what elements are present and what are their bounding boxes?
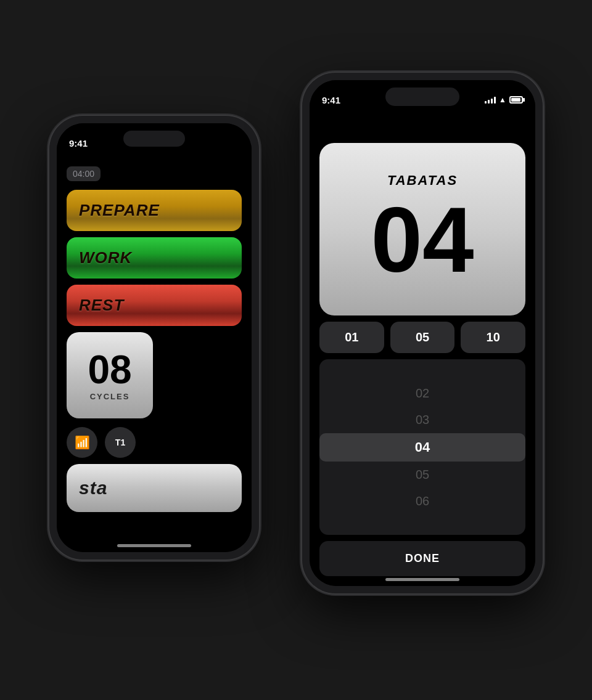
done-label: DONE [405, 552, 440, 565]
phones-container: 9:41 04:00 PREPARE WORK REST [18, 23, 574, 677]
picker-02-label: 02 [416, 386, 429, 400]
quick-btn-01-label: 01 [345, 330, 358, 344]
quick-btn-10-label: 10 [487, 330, 500, 344]
left-notch [123, 131, 185, 147]
left-screen-content: 04:00 PREPARE WORK REST 08 CYCLES [57, 123, 252, 552]
quick-btn-10[interactable]: 10 [461, 322, 525, 353]
signal-bars [485, 96, 496, 104]
rest-label: REST [79, 296, 124, 315]
wifi-icon: 📶 [75, 435, 90, 450]
done-button[interactable]: DONE [319, 541, 525, 576]
quick-btn-05-label: 05 [416, 330, 429, 344]
rest-button[interactable]: REST [67, 285, 242, 326]
t1-label: T1 [115, 437, 125, 447]
picker-item-03[interactable]: 03 [319, 407, 525, 433]
prepare-label: PREPARE [79, 201, 160, 220]
right-screen-content: 17:00 TABATAS 04 01 05 10 [310, 80, 535, 586]
picker-item-02[interactable]: 02 [319, 380, 525, 407]
left-status-time: 9:41 [69, 138, 88, 149]
right-status-time: 9:41 [322, 95, 340, 105]
picker-03-label: 03 [416, 413, 429, 426]
prepare-button[interactable]: PREPARE [67, 190, 242, 231]
t1-button[interactable]: T1 [105, 427, 136, 458]
right-timer: 17:00 [319, 123, 525, 134]
start-button[interactable]: sta [67, 464, 242, 512]
cycles-label: CYCLES [90, 392, 130, 401]
status-icons: ▲ [485, 96, 523, 104]
wifi-button[interactable]: 📶 [67, 427, 97, 458]
phone-right: 9:41 ▲ 17:00 [302, 73, 543, 593]
picker-item-06[interactable]: 06 [319, 488, 525, 515]
work-label: WORK [79, 248, 132, 267]
left-time-value: 04:00 [67, 166, 101, 181]
left-home-indicator [117, 544, 191, 547]
picker-06-label: 06 [416, 494, 429, 508]
picker-05-label: 05 [416, 468, 429, 481]
cycles-number: 08 [88, 350, 131, 389]
picker-area[interactable]: 02 03 04 05 06 [319, 359, 525, 535]
left-timer: 04:00 [67, 166, 242, 181]
picker-04-label: 04 [415, 439, 430, 455]
right-time-value: 17:00 [319, 123, 344, 134]
cycles-card[interactable]: 08 CYCLES [67, 332, 153, 418]
bar3 [491, 99, 493, 104]
tabatas-number: 04 [371, 193, 474, 286]
bar4 [494, 97, 496, 104]
left-phone-screen: 9:41 04:00 PREPARE WORK REST [57, 123, 252, 552]
quick-select-row: 01 05 10 [319, 322, 525, 353]
right-phone-screen: 9:41 ▲ 17:00 [310, 80, 535, 586]
right-home-indicator [385, 578, 459, 581]
tabatas-card[interactable]: TABATAS 04 [319, 143, 525, 315]
start-label: sta [79, 478, 107, 499]
right-notch [385, 88, 459, 106]
bar1 [485, 101, 487, 104]
bar2 [488, 100, 490, 104]
picker-item-04[interactable]: 04 [319, 433, 525, 462]
phone-left: 9:41 04:00 PREPARE WORK REST [49, 116, 259, 560]
work-button[interactable]: WORK [67, 237, 242, 279]
quick-btn-01[interactable]: 01 [319, 322, 384, 353]
bottom-icons-row: 📶 T1 [67, 427, 242, 458]
picker-item-05[interactable]: 05 [319, 462, 525, 488]
battery-icon [509, 96, 523, 104]
battery-fill [511, 98, 520, 102]
tabatas-title: TABATAS [387, 173, 458, 189]
wifi-status-icon: ▲ [499, 96, 506, 104]
quick-btn-05[interactable]: 05 [390, 322, 455, 353]
